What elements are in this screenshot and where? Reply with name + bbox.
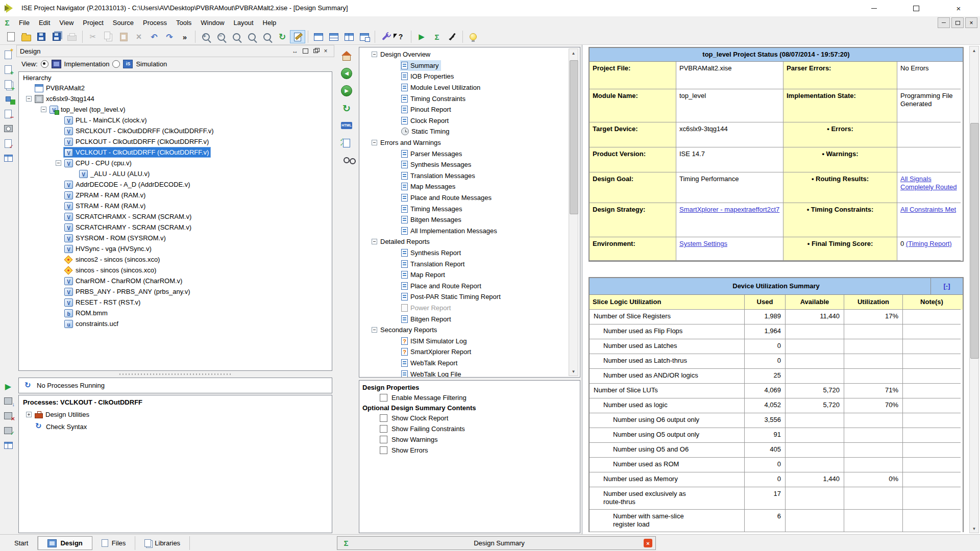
tile-horizontal-icon[interactable] — [326, 30, 341, 43]
message-filter-icon[interactable] — [340, 137, 353, 149]
hierarchy-item[interactable]: HVSync - vga (HVSync.v) — [19, 243, 332, 254]
panel-tab[interactable]: Libraries — [135, 536, 190, 550]
mdi-close-button[interactable]: × — [965, 17, 977, 28]
find-icon[interactable] — [340, 154, 353, 166]
menu-item[interactable]: Tools — [172, 16, 196, 29]
hierarchy-item[interactable]: top_level (top_level.v) — [19, 104, 332, 115]
overview-item[interactable]: Synthesis Messages — [359, 159, 580, 170]
menu-item[interactable]: File — [14, 16, 34, 29]
hierarchy-item[interactable]: VCLKOUT - ClkOutDDRFF (ClkOutDDRFF.v) — [19, 147, 332, 158]
run-process-icon[interactable] — [414, 30, 429, 43]
verify-source-icon[interactable] — [3, 138, 14, 148]
property-option[interactable]: Show Failing Constraints — [359, 423, 580, 434]
back-icon[interactable] — [340, 67, 353, 80]
stop-process-icon[interactable] — [3, 411, 14, 421]
overview-item[interactable]: Translation Messages — [359, 170, 580, 182]
checkbox[interactable] — [380, 425, 387, 433]
undock-panel-button[interactable]: ↔ — [290, 46, 300, 56]
process-item[interactable]: Check Syntax — [19, 420, 332, 433]
snapshot-gauge-icon[interactable] — [3, 123, 14, 134]
routing-results-link[interactable]: All Signals Completely Routed — [900, 175, 957, 191]
menu-item[interactable]: Project — [78, 16, 108, 29]
hierarchy-item[interactable]: sincos2 - sincos (sincos.xco) — [19, 254, 332, 265]
close-tab-button[interactable]: × — [644, 539, 652, 547]
zoom-region-icon[interactable] — [259, 30, 275, 43]
expander-icon[interactable] — [41, 107, 46, 112]
overview-item[interactable]: Bitgen Messages — [359, 214, 580, 226]
overview-item[interactable]: SmartXplorer Report — [359, 346, 580, 358]
checkbox[interactable] — [380, 414, 387, 422]
overview-item[interactable]: Parser Messages — [359, 148, 580, 159]
overview-item[interactable]: Timing Messages — [359, 203, 580, 214]
scroll-down-icon[interactable]: ▼ — [569, 367, 578, 375]
overview-item[interactable]: Errors and Warnings — [359, 137, 580, 148]
menu-item[interactable]: Window — [196, 16, 229, 29]
property-option[interactable]: Show Clock Report — [359, 413, 580, 423]
overview-item[interactable]: Place and Route Report — [359, 280, 580, 291]
panel-tab[interactable]: Start — [5, 536, 38, 550]
expander-icon[interactable] — [372, 239, 377, 244]
maximize-panel-button[interactable] — [300, 46, 310, 56]
context-help-icon[interactable] — [393, 30, 408, 43]
zoom-out-icon[interactable] — [213, 30, 229, 43]
undo-icon[interactable] — [146, 30, 162, 43]
run-process-icon[interactable] — [3, 381, 14, 391]
open-project-icon[interactable] — [18, 30, 34, 43]
hierarchy-item[interactable]: RESET - RST (RST.v) — [19, 297, 332, 308]
settings-wrench-icon[interactable] — [378, 30, 393, 43]
expander-icon[interactable] — [56, 160, 61, 166]
checkbox[interactable] — [380, 436, 387, 443]
overview-item[interactable]: Place and Route Messages — [359, 192, 580, 204]
expander-icon[interactable] — [26, 96, 32, 102]
hierarchy-item[interactable]: CharROM - CharROM (CharROM.v) — [19, 276, 332, 286]
overview-item[interactable]: Summary — [359, 60, 580, 71]
view-reports-icon[interactable] — [290, 30, 305, 43]
hierarchy-item[interactable]: constraints.ucf — [19, 318, 332, 329]
hierarchy-item[interactable]: AddrDECODE - A_D (AddrDECODE.v) — [19, 179, 332, 190]
hierarchy-item[interactable]: STRAM - RAM (RAM.v) — [19, 201, 332, 211]
zoom-in-icon[interactable] — [198, 30, 213, 43]
overview-scrollbar[interactable]: ▲ ▼ — [569, 48, 578, 376]
overview-item[interactable]: Map Report — [359, 269, 580, 281]
print-icon[interactable] — [64, 30, 80, 43]
save-all-icon[interactable] — [49, 30, 64, 43]
refresh-view-icon[interactable] — [275, 30, 290, 43]
hierarchy-item[interactable]: CPU - CPU (cpu.v) — [19, 158, 332, 168]
menu-item[interactable]: View — [55, 16, 78, 29]
html-report-icon[interactable] — [340, 119, 353, 132]
document-scrollbar-thumb[interactable] — [970, 123, 979, 359]
hierarchy-item[interactable]: xc6slx9-3tqg144 — [19, 93, 332, 104]
overview-scrollbar-thumb[interactable] — [570, 60, 578, 214]
process-table-icon[interactable] — [3, 440, 14, 450]
zoom-box-icon[interactable] — [244, 30, 259, 43]
checkbox[interactable] — [380, 394, 387, 402]
mdi-restore-button[interactable] — [951, 17, 964, 28]
rerun-process-icon[interactable] — [3, 396, 14, 406]
new-source-icon[interactable] — [3, 49, 14, 60]
hierarchy-item[interactable]: SRCLKOUT - ClkOutDDRFF (ClkOutDDRFF.v) — [19, 126, 332, 136]
document-scrollbar[interactable]: ▲ ▼ — [969, 46, 979, 533]
collapse-label[interactable]: [-] — [944, 282, 950, 290]
hierarchy-item[interactable]: PRBS_ANY - PRBS_ANY (prbs_any.v) — [19, 286, 332, 297]
hierarchy-item[interactable]: PLL - MainCLK (clock.v) — [19, 115, 332, 126]
zoom-full-icon[interactable] — [229, 30, 244, 43]
hierarchy-item[interactable]: SCRATCHRAMY - SCRAM (SCRAM.v) — [19, 222, 332, 233]
property-option[interactable]: Show Errors — [359, 445, 580, 456]
design-summary-tab[interactable]: Σ Design Summary × — [337, 536, 656, 550]
property-option[interactable]: Enable Message Filtering — [359, 392, 580, 403]
overview-item[interactable]: Map Messages — [359, 181, 580, 192]
checkbox[interactable] — [380, 446, 387, 454]
rerun-all-icon[interactable] — [3, 425, 14, 436]
menu-item[interactable]: Layout — [229, 16, 258, 29]
property-option[interactable]: Show Warnings — [359, 434, 580, 445]
overview-item[interactable]: Translation Report — [359, 258, 580, 269]
overview-item[interactable]: Secondary Reports — [359, 324, 580, 336]
table-view-icon[interactable] — [3, 153, 14, 163]
overview-item[interactable]: Bitgen Report — [359, 313, 580, 324]
hierarchy-item[interactable]: SCRATCHRAMX - SCRAM (SCRAM.v) — [19, 211, 332, 222]
expander-icon[interactable] — [372, 140, 377, 145]
scroll-down-icon[interactable]: ▼ — [970, 524, 978, 533]
hierarchy-item[interactable]: ROM.bmm — [19, 308, 332, 318]
menu-item[interactable]: Edit — [34, 16, 55, 29]
design-strategy-link[interactable]: SmartXplorer - mapextraeffort2ct7 — [679, 206, 779, 213]
